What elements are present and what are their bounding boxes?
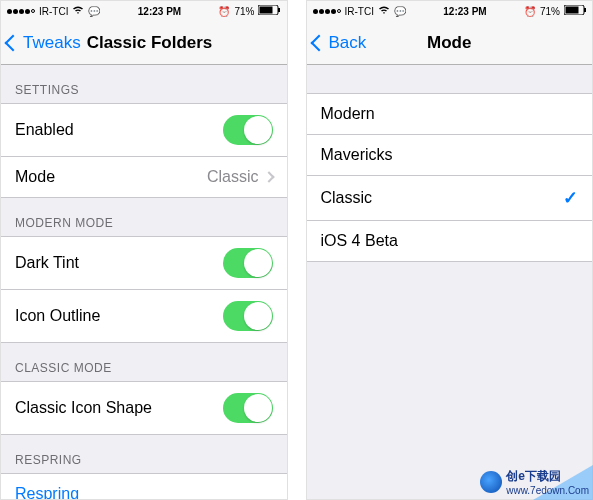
- back-label: Back: [329, 33, 367, 53]
- row-classic-icon-shape[interactable]: Classic Icon Shape: [1, 381, 287, 435]
- option-label: iOS 4 Beta: [321, 232, 398, 250]
- option-label: Modern: [321, 105, 375, 123]
- speech-icon: 💬: [394, 6, 406, 17]
- speech-icon: 💬: [88, 6, 100, 17]
- cell-label: Dark Tint: [15, 254, 79, 272]
- switch-icon-outline[interactable]: [223, 301, 273, 331]
- battery-percent: 71%: [234, 6, 254, 17]
- svg-rect-1: [260, 7, 273, 14]
- respring-link[interactable]: Respring: [15, 485, 79, 499]
- settings-screen-classic-folders: IR-TCI 💬 12:23 PM ⏰ 71% Tweaks Classic F…: [0, 0, 288, 500]
- clock-label: 12:23 PM: [443, 6, 486, 17]
- nav-bar: Tweaks Classic Folders: [1, 21, 287, 65]
- cell-label: Classic Icon Shape: [15, 399, 152, 417]
- settings-content: SETTINGS Enabled Mode Classic MODERN MOD…: [1, 65, 287, 499]
- group-header-modern: MODERN MODE: [1, 198, 287, 236]
- status-bar: IR-TCI 💬 12:23 PM ⏰ 71%: [1, 1, 287, 21]
- group-header-settings: SETTINGS: [1, 65, 287, 103]
- signal-dots-icon: [313, 9, 341, 14]
- watermark-triangle: [533, 465, 593, 500]
- svg-rect-2: [278, 8, 280, 12]
- cell-label: Enabled: [15, 121, 74, 139]
- cell-value: Classic: [207, 168, 259, 186]
- cell-label: Icon Outline: [15, 307, 100, 325]
- option-mavericks[interactable]: Mavericks: [307, 134, 593, 175]
- switch-classic-icon[interactable]: [223, 393, 273, 423]
- option-modern[interactable]: Modern: [307, 93, 593, 134]
- option-ios4beta[interactable]: iOS 4 Beta: [307, 220, 593, 262]
- back-button[interactable]: Tweaks: [7, 33, 81, 53]
- chevron-left-icon: [7, 33, 19, 53]
- svg-rect-4: [565, 7, 578, 14]
- group-header-classic: CLASSIC MODE: [1, 343, 287, 381]
- group-header-respring: RESPRING: [1, 435, 287, 473]
- wifi-icon: [378, 5, 390, 17]
- row-icon-outline[interactable]: Icon Outline: [1, 289, 287, 343]
- wifi-icon: [72, 5, 84, 17]
- carrier-label: IR-TCI: [345, 6, 374, 17]
- signal-dots-icon: [7, 9, 35, 14]
- option-label: Classic: [321, 189, 373, 207]
- back-label: Tweaks: [23, 33, 81, 53]
- status-bar: IR-TCI 💬 12:23 PM ⏰ 71%: [307, 1, 593, 21]
- row-respring[interactable]: Respring: [1, 473, 287, 499]
- chevron-left-icon: [313, 33, 325, 53]
- cell-label: Mode: [15, 168, 55, 186]
- switch-enabled[interactable]: [223, 115, 273, 145]
- nav-bar: Back Mode: [307, 21, 593, 65]
- svg-rect-5: [584, 8, 586, 12]
- option-classic[interactable]: Classic ✓: [307, 175, 593, 220]
- back-button[interactable]: Back: [313, 33, 367, 53]
- page-title: Classic Folders: [87, 33, 213, 53]
- switch-dark-tint[interactable]: [223, 248, 273, 278]
- row-enabled[interactable]: Enabled: [1, 103, 287, 156]
- checkmark-icon: ✓: [563, 187, 578, 209]
- row-mode[interactable]: Mode Classic: [1, 156, 287, 198]
- clock-label: 12:23 PM: [138, 6, 181, 17]
- chevron-right-icon: [263, 171, 274, 182]
- battery-icon: [564, 5, 586, 17]
- row-dark-tint[interactable]: Dark Tint: [1, 236, 287, 289]
- settings-screen-mode: IR-TCI 💬 12:23 PM ⏰ 71% Back Mode Modern…: [306, 0, 594, 500]
- carrier-label: IR-TCI: [39, 6, 68, 17]
- mode-options: Modern Mavericks Classic ✓ iOS 4 Beta: [307, 65, 593, 499]
- alarm-icon: ⏰: [524, 6, 536, 17]
- option-label: Mavericks: [321, 146, 393, 164]
- battery-percent: 71%: [540, 6, 560, 17]
- battery-icon: [258, 5, 280, 17]
- alarm-icon: ⏰: [218, 6, 230, 17]
